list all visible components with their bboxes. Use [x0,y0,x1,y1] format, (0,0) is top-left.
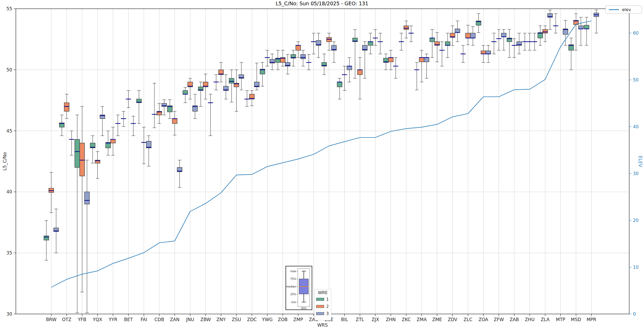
box-ZNY-wre1 [214,75,219,90]
elev-line-swatch-icon [609,9,619,10]
box-MPR-wre3 [594,10,599,33]
box-MSD-wre3 [578,17,584,45]
box-ZAN-wre3 [177,160,182,188]
box-CDB-wre2 [157,103,162,124]
wre1-swatch-icon [316,298,324,301]
box-ZAN-wre2 [172,111,177,135]
box-ZMP-wre1 [291,50,296,66]
box-ZSU-wre2 [234,70,239,111]
box-ZDV-wre3 [455,21,460,42]
x-tick-label-YFB: YFB [78,317,86,322]
box-ZDV-wre1 [445,33,450,57]
y2-tick-label-10: 10 [633,265,639,270]
box-ZLA-wre2 [543,26,548,42]
box-YWG-wre3 [270,54,275,70]
y-tick-label-40: 40 [6,189,12,194]
box-ZFW-wre1 [492,33,497,54]
box-YWG-wre1 [260,62,265,86]
box-ZOB-wre1 [276,50,281,70]
wre2-swatch-icon [316,305,324,308]
box-ZTL-wre1 [353,29,358,78]
y-tick-label-50: 50 [6,67,12,72]
x-tick-label-ZOA: ZOA [479,317,488,322]
box-ZSE-wre3 [332,42,337,62]
box-ZOA-wre3 [486,45,491,62]
x-tick-label-YWG: YWG [262,317,273,322]
x-tick-label-ZSU: ZSU [232,317,241,322]
box-ZSE-wre1 [322,54,327,75]
box-OTZ-wre2 [64,94,69,119]
y-tick-label-55: 55 [6,6,12,11]
box-ZAB-wre2 [512,39,517,58]
box-ZMP-wre3 [301,50,306,66]
box-ZHU-wre3 [532,33,537,50]
box-ZFW-wre2 [496,29,501,50]
wre-legend-title: WRE [315,290,331,295]
box-YQX-wre2 [95,152,100,179]
y2-tick-label-20: 20 [633,218,639,223]
x-tick-label-ZLA: ZLA [541,317,550,322]
box-MTP-wre1 [553,13,558,33]
x-tick-label-BRW: BRW [46,317,57,322]
elev-line [51,21,591,287]
inset-label-median: median [286,285,296,288]
box-ZLA-wre3 [548,10,553,30]
y2-tick-label-30: 30 [633,171,639,176]
wre-legend-label-3: 3 [326,311,329,316]
box-BET-wre2 [126,90,131,108]
boxplot-chart: 3035404550550102030405060BRWOTZYFBYQXYYR… [0,0,644,328]
box-YYR-wre2 [110,127,115,155]
x-tick-label-MTP: MTP [556,317,565,322]
x-tick-label-ZLC: ZLC [464,317,472,322]
box-ZSU-wre1 [229,70,234,102]
box-ZOA-wre2 [481,45,486,62]
box-ZNY-wre2 [218,62,223,82]
box-ZMA-wre2 [419,50,424,82]
wre-legend: WRE 1 2 3 [314,289,331,320]
x-tick-label-ZKC: ZKC [402,317,411,322]
box-ZAU-wre2 [311,33,316,54]
x-tick-label-ZDC: ZDC [247,317,257,322]
inset-median-line [299,286,309,287]
box-OTZ-wre1 [59,115,64,136]
box-ZKC-wre2 [404,21,409,38]
box-ZDC-wre2 [249,90,254,106]
x-tick-label-YYR: YYR [108,317,117,322]
box-ZOB-wre2 [280,50,285,66]
inset-cap-min [302,302,306,302]
box-ZLC-wre3 [470,26,475,45]
inset-label-min: min [291,301,296,304]
box-ZMP-wre2 [296,42,301,58]
inset-cap-max [302,271,306,271]
box-BRW-wre3 [54,209,59,253]
box-ZTL-wre3 [362,42,367,78]
box-ZMA-wre3 [424,54,429,78]
box-YFB-wre2 [80,106,85,292]
box-ZME-wre2 [435,33,440,62]
y-tick-label-45: 45 [6,128,12,134]
box-ZAU-wre3 [316,33,321,57]
box-ZDV-wre2 [450,26,455,45]
x-tick-label-ZMP: ZMP [293,317,303,322]
y-axis-label-left: L5_C/No [2,152,7,171]
box-ZAN-wre1 [167,100,172,119]
wre-legend-item-2: 2 [315,302,331,309]
box-ZKC-wre3 [409,26,414,42]
box-ZKC-wre1 [399,33,404,50]
box-ZHU-wre2 [527,33,532,50]
box-ZTL-wre2 [357,58,362,99]
box-YQX-wre1 [90,136,95,163]
inset-label-max: max [290,270,296,273]
y2-tick-label-50: 50 [633,77,639,83]
boxplot-anatomy-inset: max 75% median 25% min WRS [286,266,312,310]
box-ZAB-wre3 [517,33,522,54]
box-ZSE-wre2 [326,33,332,50]
box-BET-wre1 [121,111,126,127]
box-ZJX-wre2 [373,29,378,45]
box-CDB-wre3 [162,100,167,115]
x-tick-label-ZNY: ZNY [216,317,226,322]
x-tick-label-ZAN: ZAN [170,317,179,322]
x-tick-label-FAI: FAI [141,317,147,322]
x-axis-label: WRS [317,322,328,328]
box-FAI-wre3 [146,136,151,166]
